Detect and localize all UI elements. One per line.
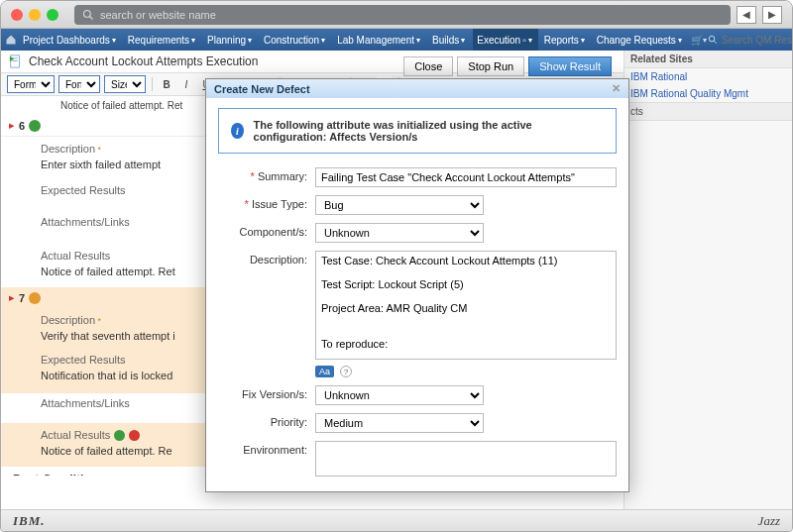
os-titlebar: search or website name ◀ ▶	[1, 1, 792, 29]
bold-icon[interactable]: B	[159, 76, 174, 92]
issue-type-label: Issue Type:	[252, 198, 307, 210]
svg-line-3	[714, 41, 717, 44]
related-sites-box: Related Sites IBM Rational IBM Rational …	[624, 51, 792, 103]
step-6-number: 6	[19, 120, 25, 132]
italic-icon[interactable]: I	[178, 76, 194, 92]
info-banner: i The following attribute was initialize…	[218, 108, 617, 154]
search-icon	[82, 9, 94, 21]
summary-input[interactable]	[315, 167, 617, 187]
priority-select[interactable]: Medium	[315, 413, 484, 433]
menu-lab-management[interactable]: Lab Management▾	[333, 29, 426, 51]
field-summary: * Summary:	[218, 167, 617, 187]
zoom-window-dot[interactable]	[47, 9, 58, 21]
field-description: Description: Aa ?	[218, 251, 617, 377]
menu-builds[interactable]: Builds▾	[428, 29, 471, 51]
fix-versions-select[interactable]: Unknown	[315, 385, 484, 405]
field-components: Component/s: Unknown	[218, 223, 617, 243]
svg-point-2	[709, 36, 715, 42]
menu-construction[interactable]: Construction▾	[260, 29, 331, 51]
address-placeholder: search or website name	[100, 9, 216, 21]
home-icon[interactable]	[5, 33, 17, 47]
address-bar[interactable]: search or website name	[74, 5, 731, 25]
statusbar: IBM. Jazz	[1, 509, 792, 531]
menu-planning[interactable]: Planning▾	[203, 29, 258, 51]
show-result-button[interactable]: Show Result	[528, 56, 612, 76]
menu-reports[interactable]: Reports▾	[540, 29, 591, 51]
svg-rect-6	[13, 60, 18, 61]
marker-icon: ▸	[9, 291, 15, 304]
create-defect-dialog: Create New Defect ✕ i The following attr…	[205, 78, 629, 492]
menu-project-dashboards[interactable]: Project Dashboards▾	[19, 29, 122, 51]
action-button-row: Close Stop Run Show Result	[396, 53, 620, 80]
right-sidebar: Related Sites IBM Rational IBM Rational …	[623, 51, 792, 509]
dialog-title: Create New Defect	[214, 83, 310, 95]
warn-icon	[29, 292, 41, 304]
font-select[interactable]: Font	[58, 75, 100, 93]
field-fix-versions: Fix Version/s: Unknown	[218, 385, 617, 405]
dialog-header: Create New Defect ✕	[206, 79, 628, 98]
step-7-number: 7	[19, 292, 25, 304]
svg-point-0	[84, 10, 91, 17]
module-icon: ▫	[522, 35, 526, 46]
nav-back-button[interactable]: ◀	[736, 6, 756, 24]
description-helper: Aa ?	[315, 366, 617, 377]
marker-icon: ▸	[9, 119, 15, 132]
description-label: Description:	[250, 254, 307, 266]
page-title: Check Account Lockout Attempts Execution	[29, 54, 258, 68]
dialog-body: i The following attribute was initialize…	[206, 98, 628, 491]
issue-type-select[interactable]: Bug	[315, 195, 484, 215]
minimize-window-dot[interactable]	[29, 9, 41, 21]
components-select[interactable]: Unknown	[315, 223, 484, 243]
size-select[interactable]: Size	[104, 75, 146, 93]
search-icon	[708, 35, 718, 45]
dialog-close-icon[interactable]: ✕	[612, 82, 621, 95]
menu-change-requests[interactable]: Change Requests▾	[593, 29, 688, 51]
close-button[interactable]: Close	[403, 56, 453, 76]
info-icon: i	[231, 123, 244, 139]
format-select[interactable]: Format	[7, 75, 55, 93]
app-window: search or website name ◀ ▶ Project Dashb…	[0, 0, 793, 532]
environment-textarea[interactable]	[315, 441, 617, 477]
description-textarea[interactable]	[315, 251, 617, 360]
summary-label: Summary:	[258, 170, 307, 182]
text-mode-badge[interactable]: Aa	[315, 366, 334, 377]
nav-fwd-button[interactable]: ▶	[762, 6, 782, 24]
pass-icon[interactable]	[114, 430, 125, 441]
brand-jazz: Jazz	[758, 513, 780, 529]
priority-label: Priority:	[271, 416, 307, 428]
execution-doc-icon	[9, 54, 23, 68]
stop-run-button[interactable]: Stop Run	[457, 56, 524, 76]
menu-requirements[interactable]: Requirements▾	[124, 29, 201, 51]
search-qm-input[interactable]	[722, 35, 793, 46]
environment-label: Environment:	[243, 444, 307, 456]
search-qm[interactable]	[708, 35, 793, 46]
fix-versions-label: Fix Version/s:	[242, 388, 307, 400]
close-window-dot[interactable]	[11, 9, 23, 21]
main-menubar: Project Dashboards▾ Requirements▾ Planni…	[1, 29, 792, 51]
help-icon[interactable]: ?	[340, 366, 352, 377]
cart-icon[interactable]: 🛒▾	[692, 33, 706, 47]
field-priority: Priority: Medium	[218, 413, 617, 433]
sidebar-cts: cts	[624, 103, 792, 121]
link-ibm-rqm[interactable]: IBM Rational Quality Mgmt	[624, 85, 792, 102]
menu-execution[interactable]: Execution ▫▾	[473, 29, 537, 51]
field-environment: Environment:	[218, 441, 617, 479]
components-label: Component/s:	[240, 226, 307, 238]
svg-line-1	[90, 16, 93, 19]
fail-icon[interactable]	[129, 430, 140, 441]
brand-ibm: IBM.	[13, 513, 46, 529]
link-ibm-rational[interactable]: IBM Rational	[624, 68, 792, 85]
pass-icon	[29, 120, 41, 132]
related-sites-heading: Related Sites	[624, 51, 792, 68]
info-text: The following attribute was initialized …	[254, 119, 604, 143]
field-issue-type: * Issue Type: Bug	[218, 195, 617, 215]
